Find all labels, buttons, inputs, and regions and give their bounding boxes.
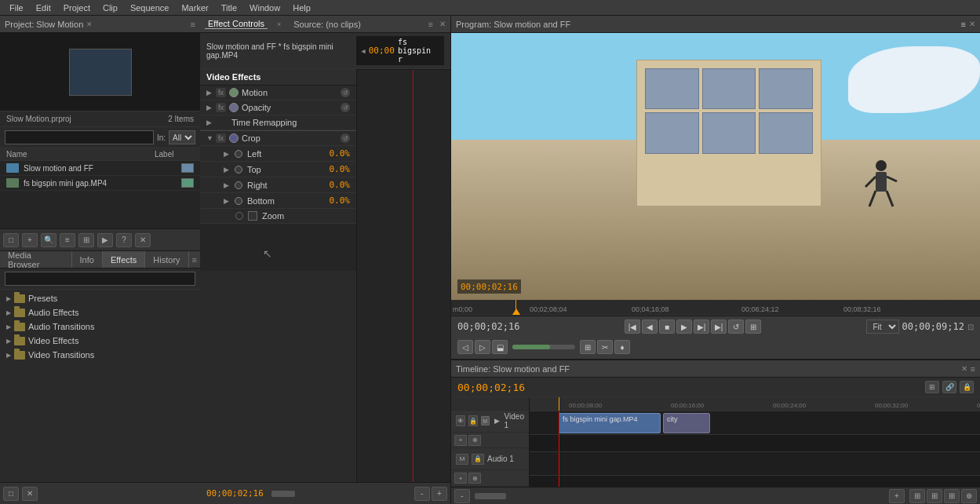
export-frame-btn[interactable]: ⊡ [967,323,974,331]
crop-bottom-row[interactable]: ▶ Bottom 0.0% [200,193,356,209]
menu-window[interactable]: Window [243,2,286,14]
go-to-in-btn[interactable]: |◀ [625,320,640,334]
clip-city[interactable]: city [663,413,710,433]
icon-view-btn[interactable]: ⊞ [78,233,94,247]
insert-btn[interactable]: ⬓ [492,340,508,354]
video-transitions-folder[interactable]: ▶ Video Transitions [0,348,200,362]
opacity-expand-icon[interactable]: ▶ [206,104,213,111]
audio-transitions-folder[interactable]: ▶ Audio Transitions [0,320,200,334]
safe-margins-btn[interactable]: ⊞ [745,320,761,334]
step-forward-btn[interactable]: ▶| [694,320,709,334]
menu-edit[interactable]: Edit [30,2,57,14]
ec-zoom-out[interactable]: - [414,487,430,501]
new-item-btn[interactable]: + [22,233,38,247]
menu-sequence[interactable]: Sequence [124,2,176,14]
video-1-add-btn[interactable]: + [454,435,467,446]
source-tab[interactable]: Source: (no clips) [290,20,364,29]
menu-marker[interactable]: Marker [175,2,214,14]
out-point-btn[interactable]: ▷ [475,340,490,354]
marker-btn[interactable]: ♦ [614,340,630,354]
menu-project[interactable]: Project [57,2,97,14]
motion-expand-icon[interactable]: ▶ [206,89,213,97]
menu-clip[interactable]: Clip [97,2,124,14]
crop-right-row[interactable]: ▶ Right 0.0% [200,177,356,193]
effects-del-btn[interactable]: ✕ [22,487,38,501]
crop-top-value[interactable]: 0.0% [319,164,350,174]
tab-media-browser[interactable]: Media Browser [0,251,72,268]
stop-btn[interactable]: ■ [659,320,675,334]
ec-scroll-bar[interactable] [271,491,410,497]
time-remap-row[interactable]: ▶ Time Remapping [200,115,356,130]
motion-reset-btn[interactable]: ↺ [341,88,350,97]
export-btn[interactable]: ⊞ [580,340,596,354]
tl-btn-2[interactable]: ⊞ [927,489,942,503]
video-1-mix-btn[interactable]: ⊕ [468,435,481,446]
tab-history[interactable]: History [145,251,188,268]
crop-left-expand[interactable]: ▶ [224,150,230,158]
new-bin-btn[interactable]: □ [3,233,19,247]
in-point-btn[interactable]: ◁ [457,340,473,354]
menu-title[interactable]: Title [215,2,243,14]
crop-top-expand[interactable]: ▶ [224,166,230,173]
project-panel-menu-btn[interactable]: ≡ [191,20,195,29]
crop-right-expand[interactable]: ▶ [224,181,230,189]
clip-bigspin[interactable]: fs bigspin mini gap.MP4 [559,413,661,433]
tl-scroll-bar[interactable] [475,493,884,499]
loop-btn[interactable]: ↺ [728,320,744,334]
crop-expand-icon[interactable]: ▼ [206,134,213,142]
crop-effect-row[interactable]: ▼ fx Crop ↺ [200,131,356,146]
opacity-reset-btn[interactable]: ↺ [341,103,350,112]
timeline-close-btn[interactable]: ✕ [961,364,967,374]
tl-zoom-in[interactable]: + [889,489,905,503]
search-btn[interactable]: 🔍 [41,233,56,247]
project-panel-close-btn[interactable]: ✕ [86,20,93,28]
step-back-btn[interactable]: ◀ [642,320,658,334]
trim-btn[interactable]: ✂ [597,340,613,354]
link-btn[interactable]: 🔗 [942,381,956,393]
crop-reset-btn[interactable]: ↺ [341,133,350,143]
tl-btn-1[interactable]: ⊞ [909,489,925,503]
audio-1-eye-btn[interactable]: M [456,454,468,465]
list-item[interactable]: Slow motion and FF [0,161,200,176]
video-1-lock-btn[interactable]: 🔒 [468,415,478,426]
tab-effects[interactable]: Effects [103,251,145,268]
effect-controls-tab[interactable]: Effect Controls [205,19,268,29]
new-folder-btn[interactable]: □ [3,487,19,501]
project-in-select[interactable]: All [169,130,195,144]
video-1-eye-btn[interactable]: 👁 [456,415,465,426]
menu-file[interactable]: File [3,2,30,14]
time-remap-expand-icon[interactable]: ▶ [206,119,213,126]
audio-1-lock-btn[interactable]: 🔒 [472,454,484,465]
crop-right-value[interactable]: 0.0% [319,180,350,190]
crop-bottom-value[interactable]: 0.0% [319,195,350,206]
effects-panel-menu[interactable]: ≡ [189,255,200,265]
motion-effect-row[interactable]: ▶ fx Motion ↺ [200,86,356,100]
ec-panel-menu[interactable]: ≡ [428,20,433,29]
list-view-btn[interactable]: ≡ [60,233,75,247]
program-settings-btn[interactable]: ≡ [961,20,966,29]
automate-btn[interactable]: ▶ [97,233,113,247]
program-close-btn[interactable]: ✕ [969,20,975,29]
list-item[interactable]: fs bigspin mini gap.MP4 [0,176,200,191]
go-to-out-btn[interactable]: ▶| [711,320,727,334]
video-1-mute[interactable]: M [481,416,490,425]
menu-help[interactable]: Help [286,2,317,14]
tl-btn-3[interactable]: ⊞ [944,489,960,503]
video-effects-folder[interactable]: ▶ Video Effects [0,334,200,348]
ec-zoom-in[interactable]: + [432,487,447,501]
crop-left-value[interactable]: 0.0% [319,148,350,159]
crop-bottom-expand[interactable]: ▶ [224,197,230,205]
crop-top-row[interactable]: ▶ Top 0.0% [200,162,356,177]
ec-panel-close[interactable]: ✕ [439,20,446,28]
tab-info[interactable]: Info [72,251,103,268]
fit-dropdown[interactable]: Fit [866,320,899,334]
snap-btn[interactable]: ⊞ [925,381,939,393]
ec-timecode-display[interactable]: ◀ 00;00 fs bigspin r [356,36,444,65]
effects-search-input[interactable] [5,272,195,286]
tl-btn-4[interactable]: ⊕ [961,489,977,503]
presets-folder[interactable]: ▶ Presets [0,291,200,305]
timeline-menu-btn[interactable]: ≡ [971,364,975,374]
audio-effects-folder[interactable]: ▶ Audio Effects [0,305,200,320]
find-btn[interactable]: ? [116,233,132,247]
clear-btn[interactable]: ✕ [135,233,151,247]
